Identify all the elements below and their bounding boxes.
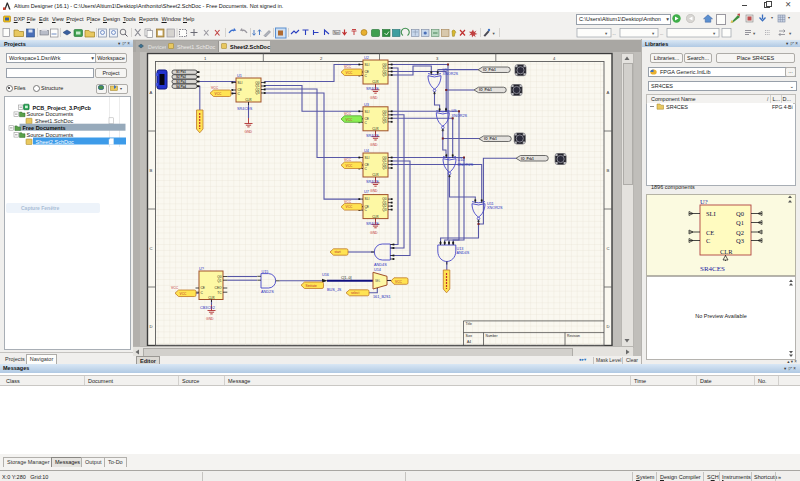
svg-text:Q1: Q1 [217,279,221,283]
svg-text:CE: CE [706,228,714,235]
svg-text:SR4CES: SR4CES [237,107,253,111]
svg-text:VCC: VCC [346,118,353,122]
svg-text:XNOR2S: XNOR2S [452,114,468,118]
svg-text:U9: U9 [452,109,457,113]
svg-text:XNOR2S: XNOR2S [487,206,503,210]
svg-text:C: C [706,237,710,244]
svg-text:...: ... [613,31,616,36]
svg-text:VCC: VCC [344,158,352,162]
svg-text:Source Documents: Source Documents [27,111,74,117]
svg-text:select: select [351,291,359,295]
svg-text:S2 Pb2: S2 Pb2 [176,75,186,79]
svg-text:U10: U10 [458,158,465,162]
svg-text:VCC: VCC [344,200,352,204]
svg-text:SEL: SEL [375,279,381,283]
svg-text:Sinitiate: Sinitiate [306,284,318,288]
svg-text:CB3CE2: CB3CE2 [200,306,215,310]
svg-text:U13: U13 [457,247,464,251]
svg-text:CLR: CLR [720,247,733,254]
svg-text:S4 Pb4: S4 Pb4 [176,85,186,89]
svg-text:XNOR2S: XNOR2S [443,72,459,76]
svg-text:BUS_JS: BUS_JS [327,288,342,292]
svg-text:B: B [607,168,610,173]
svg-text:Free Documents: Free Documents [23,125,66,131]
svg-text:A4: A4 [467,340,471,344]
svg-text:SR4CE: SR4CE [366,134,379,138]
svg-text:VCC: VCC [344,65,352,69]
svg-text:S1 Pb1: S1 Pb1 [176,70,186,74]
svg-text:U5: U5 [443,68,448,72]
svg-text:Revision: Revision [567,334,580,338]
svg-text:U15: U15 [262,270,269,274]
svg-text:AND4S: AND4S [374,263,387,267]
svg-text:U7: U7 [364,190,369,194]
svg-text:XNOR2S: XNOR2S [458,163,474,167]
svg-text:AND4S: AND4S [457,251,470,255]
svg-text:VCC: VCC [395,280,402,284]
svg-text:Sheet2.SchDoc: Sheet2.SchDoc [36,139,74,145]
svg-text:GND: GND [370,189,378,193]
svg-text:Q0: Q0 [736,210,744,217]
svg-text:Q1: Q1 [736,219,744,226]
svg-text:C: C [607,246,610,251]
svg-text:Sheet1.SchDoc: Sheet1.SchDoc [35,118,73,124]
svg-text:D: D [150,324,153,329]
svg-text:A: A [150,90,153,95]
svg-text:Number: Number [486,334,499,338]
svg-text:B: B [150,168,153,173]
svg-text:GND: GND [370,231,378,235]
svg-text:Title: Title [466,322,472,326]
svg-text:VCC: VCC [211,86,219,90]
svg-text:C[1..0]: C[1..0] [341,276,352,280]
svg-text:Q3: Q3 [736,237,744,244]
svg-text:▾: ▾ [753,31,756,36]
svg-text:C: C [150,246,153,251]
svg-text:▾: ▾ [789,31,792,36]
svg-text:GND: GND [370,143,378,147]
svg-text:U3: U3 [364,103,369,107]
svg-text:Net: Net [334,31,339,35]
svg-text:U2: U2 [364,56,369,60]
svg-text:CLR: CLR [208,296,215,300]
svg-text:Q2: Q2 [736,228,744,235]
svg-text:TC: TC [217,291,222,295]
svg-text:GND: GND [206,317,214,321]
svg-text:GND: GND [370,96,378,100]
svg-text:SR4CE: SR4CE [366,180,379,184]
svg-text:...: ... [660,31,663,36]
svg-text:D: D [607,324,610,329]
svg-text:PCB_Project_3.PrjPcb: PCB_Project_3.PrjPcb [33,105,92,111]
svg-text:161_B2S1: 161_B2S1 [373,295,391,299]
svg-text:U11: U11 [487,202,494,206]
svg-text:A: A [607,90,610,95]
svg-text:U4: U4 [364,149,369,153]
svg-text:U14: U14 [374,268,381,272]
svg-text:S3 Pb3: S3 Pb3 [176,80,186,84]
svg-text:SLI: SLI [706,210,716,217]
svg-text:SR4CE: SR4CE [366,222,379,226]
svg-text:U?: U? [199,267,204,271]
svg-text:VCC: VCC [171,286,179,290]
svg-text:U1: U1 [237,74,242,78]
svg-text:U16: U16 [322,273,329,277]
svg-text:Size: Size [466,334,473,338]
svg-text:U?: U? [700,198,708,205]
svg-text:VCC: VCC [344,112,352,116]
svg-text:AND2S: AND2S [261,290,274,294]
svg-text:SR4CES: SR4CES [700,265,725,273]
svg-text:SR4CE: SR4CE [366,87,379,91]
svg-text:Source Documents: Source Documents [27,132,74,138]
svg-text:▾: ▾ [493,31,496,36]
svg-text:start: start [335,250,341,254]
svg-text:GND: GND [245,130,253,134]
